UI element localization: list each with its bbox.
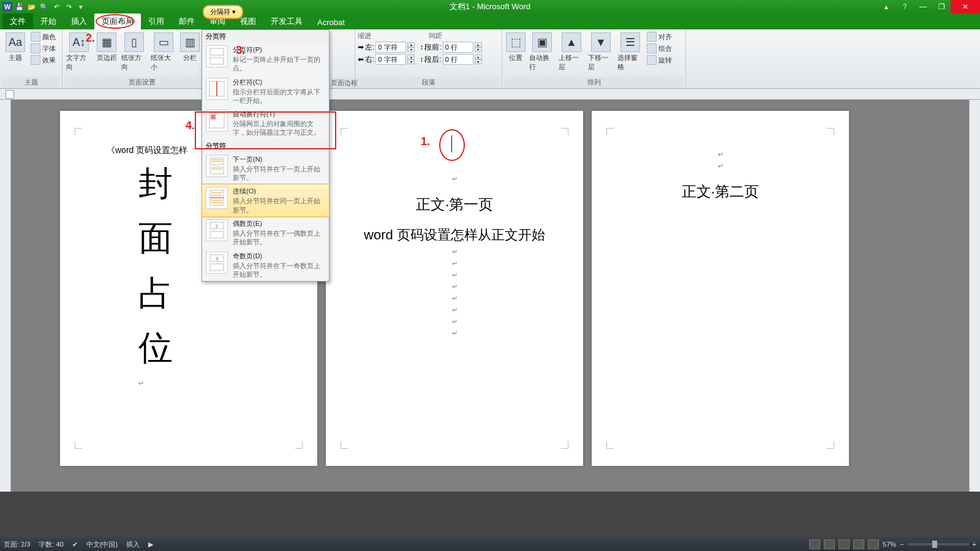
- zoom-out-button[interactable]: −: [900, 541, 903, 548]
- tab-mailings[interactable]: 邮件: [172, 13, 202, 29]
- text-direction-button[interactable]: A↕文字方向: [65, 31, 93, 73]
- view-draft[interactable]: [868, 539, 879, 549]
- indent-left-input[interactable]: ➡左:▴▾: [358, 42, 415, 53]
- theme-colors-button[interactable]: 颜色: [29, 31, 57, 42]
- theme-effects-button[interactable]: 效果: [29, 54, 57, 66]
- svg-text:2: 2: [216, 223, 219, 229]
- margin-corner: [295, 441, 303, 449]
- spacing-before-input[interactable]: ↕段前:▴▾: [420, 42, 481, 53]
- group-button[interactable]: 组合: [646, 43, 673, 54]
- group-label-themes: 主题: [2, 77, 59, 88]
- ribbon-min-icon[interactable]: ▴: [877, 0, 895, 13]
- close-button[interactable]: ✕: [951, 0, 980, 13]
- open-icon[interactable]: 📂: [27, 2, 37, 12]
- selection-pane-button[interactable]: ☰选择窗格: [616, 31, 644, 73]
- tab-insert[interactable]: 插入: [64, 13, 94, 29]
- page1-char-4: 位: [138, 321, 300, 376]
- bring-forward-button[interactable]: ▲上移一层: [557, 31, 586, 73]
- print-preview-icon[interactable]: 🔍: [39, 2, 49, 12]
- menu-page-break[interactable]: 分页符(P)标记一页终止并开始下一页的点。: [202, 43, 329, 75]
- dropdown-section-section-breaks: 分节符: [202, 140, 329, 152]
- menu-column-break[interactable]: 分栏符(C)指示分栏符后面的文字将从下一栏开始。: [202, 75, 329, 108]
- page2-body: word 页码设置怎样从正文开始: [343, 226, 566, 245]
- paragraph-mark: ↵: [609, 151, 832, 159]
- indent-header: 缩进: [358, 31, 371, 40]
- indent-right-input[interactable]: ⬅右:▴▾: [358, 54, 415, 65]
- page-3[interactable]: ↵ ↵ 正文·第二页: [592, 111, 849, 466]
- status-language[interactable]: 中文(中国): [86, 540, 118, 549]
- size-icon: ▭: [154, 32, 173, 52]
- view-print-layout[interactable]: [809, 539, 820, 549]
- spacing-before-icon: ↕: [420, 43, 423, 51]
- wrap-text-button[interactable]: ▣自动换行: [528, 31, 556, 73]
- view-web-layout[interactable]: [839, 539, 850, 549]
- breaks-button[interactable]: 分隔符 ▾: [203, 5, 243, 19]
- columns-button[interactable]: ▥分栏: [179, 31, 201, 64]
- paragraph-mark: ↵: [343, 175, 566, 183]
- spacing-after-input[interactable]: ↕段后:▴▾: [420, 54, 481, 65]
- status-spellcheck-icon[interactable]: ✔: [72, 541, 78, 549]
- view-outline[interactable]: [853, 539, 864, 549]
- tab-developer[interactable]: 开发工具: [263, 13, 310, 29]
- page-2[interactable]: 1. ↵ 正文·第一页 word 页码设置怎样从正文开始 ↵ ↵ ↵ ↵ ↵ ↵…: [326, 111, 583, 466]
- status-macro-icon[interactable]: ▶: [148, 541, 153, 549]
- menu-next-page[interactable]: 下一页(N)插入分节符并在下一页上开始新节。: [202, 152, 329, 185]
- status-mode[interactable]: 插入: [126, 540, 140, 549]
- annotation-circle-cursor: [439, 129, 465, 161]
- qat-more-icon[interactable]: ▾: [76, 2, 86, 12]
- status-page[interactable]: 页面: 2/3: [4, 540, 30, 549]
- help-icon[interactable]: ?: [895, 0, 914, 13]
- zoom-slider[interactable]: [908, 543, 969, 545]
- paragraph-mark: ↵: [343, 329, 566, 337]
- paragraph-mark: ↵: [343, 318, 566, 326]
- undo-icon[interactable]: ↶: [51, 2, 61, 12]
- redo-icon[interactable]: ↷: [64, 2, 74, 12]
- paragraph-mark: ↵: [343, 271, 566, 279]
- margins-button[interactable]: ▦页边距: [94, 31, 119, 64]
- svg-rect-19: [210, 231, 224, 238]
- continuous-icon: [206, 187, 228, 209]
- menu-continuous[interactable]: 连续(O)插入分节符并在同一页上开始新节。: [202, 184, 330, 217]
- send-backward-button[interactable]: ▼下移一层: [587, 31, 615, 73]
- page-border-label: 页面边框: [331, 77, 358, 89]
- align-button[interactable]: 对齐: [646, 31, 673, 42]
- themes-button[interactable]: Aa主题: [2, 31, 28, 64]
- tab-file[interactable]: 文件: [2, 13, 33, 29]
- rotate-button[interactable]: 旋转: [646, 54, 673, 66]
- status-words[interactable]: 字数: 40: [39, 540, 63, 549]
- tab-home[interactable]: 开始: [33, 13, 64, 29]
- svg-rect-0: [210, 48, 224, 55]
- group-page-setup: A↕文字方向 ▦页边距 ▯纸张方向 ▭纸张大小 ▥分栏 页面设置: [62, 29, 222, 88]
- menu-even-page[interactable]: 2 偶数页(E)插入分节符并在下一偶数页上开始新节。: [202, 217, 329, 249]
- tab-acrobat[interactable]: Acrobat: [310, 15, 352, 29]
- maximize-button[interactable]: ❐: [932, 0, 951, 13]
- wrap-icon: ▣: [532, 32, 552, 52]
- minimize-button[interactable]: —: [914, 0, 932, 13]
- group-label-page-setup: 页面设置: [65, 77, 219, 88]
- dropdown-section-page-breaks: 分页符: [202, 30, 329, 43]
- view-full-screen[interactable]: [824, 539, 835, 549]
- indent-left-icon: ➡: [358, 43, 364, 51]
- ruler-corner: [0, 89, 980, 100]
- ribbon: Aa主题 颜色 字体 效果 主题 A↕文字方向 ▦页边距 ▯纸张方向 ▭纸张大小…: [0, 29, 980, 89]
- margin-corner: [341, 441, 348, 449]
- position-button[interactable]: ⬚位置: [505, 31, 527, 64]
- zoom-thumb[interactable]: [932, 541, 937, 548]
- tab-page-layout[interactable]: 页面布局: [94, 13, 141, 29]
- size-button[interactable]: ▭纸张大小: [149, 31, 178, 73]
- save-icon[interactable]: 💾: [15, 2, 24, 12]
- svg-rect-22: [210, 264, 224, 271]
- margin-corner: [561, 441, 568, 449]
- tab-references[interactable]: 引用: [141, 13, 172, 29]
- ruler-toggle[interactable]: [6, 90, 14, 99]
- zoom-in-button[interactable]: +: [973, 541, 976, 548]
- themes-icon: Aa: [6, 32, 25, 52]
- breaks-dropdown: 分页符 分页符(P)标记一页终止并开始下一页的点。 分栏符(C)指示分栏符后面的…: [202, 29, 330, 282]
- zoom-level[interactable]: 57%: [883, 541, 896, 548]
- menu-odd-page[interactable]: 3 奇数页(D)插入分节符并在下一奇数页上开始新节。: [202, 249, 329, 282]
- orientation-button[interactable]: ▯纸张方向: [120, 31, 148, 73]
- margin-corner: [827, 128, 834, 135]
- next-page-icon: [206, 155, 228, 177]
- theme-fonts-button[interactable]: 字体: [29, 43, 57, 54]
- menu-text-wrapping-break[interactable]: 自动换行符(T)分隔网页上的对象周围的文字，如分隔题注文字与正文。: [202, 107, 329, 140]
